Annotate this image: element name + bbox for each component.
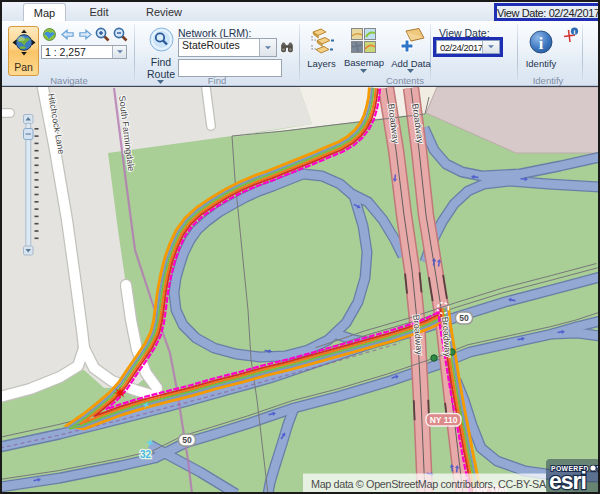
svg-text:Map data © OpenStreetMap contr: Map data © OpenStreetMap contributors, C… bbox=[311, 478, 547, 490]
svg-text:i: i bbox=[539, 35, 544, 52]
svg-text:esri: esri bbox=[549, 468, 586, 494]
svg-text:50: 50 bbox=[182, 435, 192, 445]
svg-text:NY 110: NY 110 bbox=[430, 415, 458, 425]
svg-text:50: 50 bbox=[459, 313, 469, 323]
svg-text:32: 32 bbox=[140, 449, 152, 460]
svg-text:i: i bbox=[574, 28, 576, 35]
